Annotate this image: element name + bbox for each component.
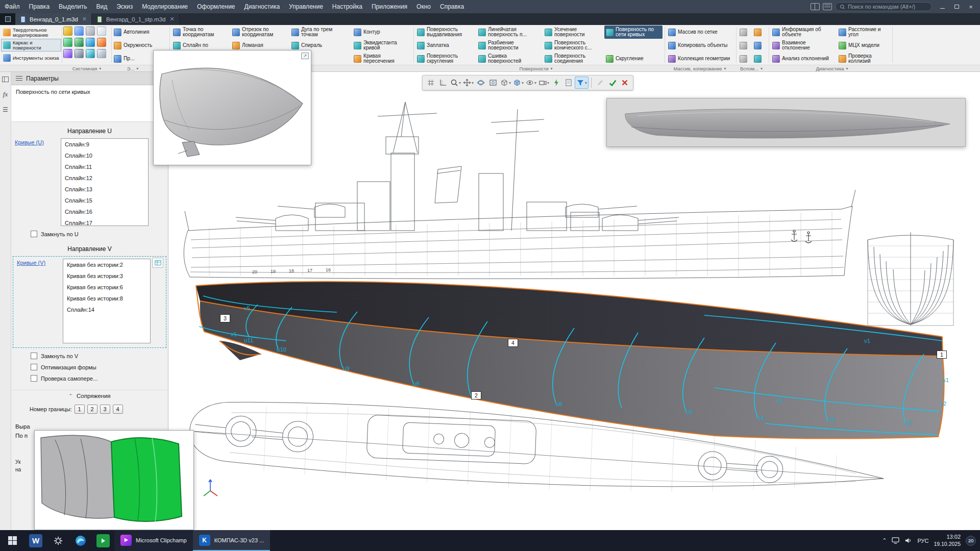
tool-aux-surface[interactable] [752,52,765,65]
preview-window-hull-side[interactable] [606,98,966,147]
caption-system[interactable]: Системная▾ [63,65,110,72]
orientation-button[interactable]: ▾ [499,77,512,89]
zoom-fit-button[interactable] [487,77,499,89]
list-item[interactable]: Сплайн:16 [61,206,148,217]
tool-knit-surfaces[interactable]: Сшивка поверхностей [477,52,542,65]
tool-trim-surface[interactable]: Усечение поверхности [543,26,603,39]
variables-fx-icon[interactable]: fx [2,90,10,98]
tool-contour[interactable]: Контур [352,26,411,39]
tool-aux-cs[interactable] [752,26,765,39]
tool-deviation-analysis[interactable]: Анализ отклонений [771,52,834,65]
command-search[interactable] [835,2,932,11]
monitor-icon[interactable] [892,537,899,544]
list-item[interactable]: Кривая без истории:2 [63,259,150,270]
boundary-marker[interactable]: 1 [937,350,947,359]
undo-icon[interactable] [63,38,72,47]
curves-u-link[interactable]: Кривые (U) [15,138,61,145]
tab-close-icon[interactable]: ✕ [169,16,174,22]
menu-applications[interactable]: Приложения [367,0,412,13]
checkbox-icon[interactable] [31,353,37,359]
tool-copy-objects[interactable]: Копировать объекты [667,39,732,52]
taskbar-word-button[interactable]: W [24,530,47,551]
menu-view[interactable]: Вид [91,0,112,13]
zoom-button[interactable]: ▾ [449,77,462,89]
tool-aux-contour[interactable] [752,39,765,52]
tool-ruled-surface[interactable]: Линейчатая поверхность п... [477,26,542,39]
save-icon[interactable] [75,27,84,36]
notification-badge[interactable]: 20 [966,536,976,546]
list-item[interactable]: Сплайн:17 [61,217,148,226]
cancel-operation-button[interactable] [619,77,631,89]
tool-aux-plane[interactable] [738,26,750,39]
close-u-checkbox-row[interactable]: Замкнуть по U [31,231,168,237]
list-item[interactable]: Сплайн:9 [61,139,148,150]
tool-geometry-collection[interactable]: Коллекция геометрии [667,52,732,65]
checkbox-icon[interactable] [31,231,37,237]
copy-icon[interactable] [86,38,95,47]
mode-solid-modeling[interactable]: Твердотельное моделирование [1,26,61,39]
tab-vengard-stp-m3d[interactable]: Венгард_0_1_stp.m3d ✕ [92,13,180,25]
menu-manage[interactable]: Управление [284,0,328,13]
tab-close-icon[interactable]: ✕ [82,16,87,22]
caption-surfaces[interactable]: Поверхности▾ [490,65,582,72]
keypad-icon[interactable] [823,3,832,10]
display-mode-button[interactable]: ▾ [512,77,525,89]
list-item[interactable]: Сплайн:13 [61,184,148,195]
preview-icon[interactable] [97,27,106,36]
rebuild-icon[interactable] [86,49,95,58]
conjugation-section-header[interactable]: ⌃ Сопряжения [11,390,168,402]
confirm-operation-button[interactable] [606,77,619,89]
language-indicator[interactable]: РУС [917,538,928,544]
edit-list-button[interactable] [152,258,163,268]
caption-array[interactable]: Массив, копирование▾ [667,65,733,72]
snap-grid-button[interactable] [425,77,437,89]
menu-layout[interactable]: Оформление [192,0,239,13]
pan-button[interactable]: ▾ [462,77,475,89]
minimize-button[interactable] [935,0,949,13]
caption-sketch[interactable]: Э...▾ [115,65,151,72]
list-item[interactable]: Кривая без истории:6 [63,282,150,293]
tool-collision-check[interactable]: Проверка коллизий [837,52,890,65]
optimize-checkbox-row[interactable]: Оптимизация формы [31,364,168,370]
checkbox-icon[interactable] [31,375,37,382]
paste-icon[interactable] [97,38,106,47]
menu-diagnostics[interactable]: Диагностика [240,0,285,13]
caption-diagnostics[interactable]: Диагностика▾ [786,65,878,72]
menu-help[interactable]: Справка [435,0,469,13]
boundary-marker[interactable]: 2 [471,391,481,399]
tool-segment-by-coordinates[interactable]: Отрезок по координатам [231,26,288,39]
self-intersection-checkbox-row[interactable]: Проверка самопере... [31,375,168,382]
redo-icon[interactable] [75,38,84,47]
speaker-icon[interactable] [904,537,912,544]
boundary-button-4[interactable]: 4 [113,405,123,414]
list-item[interactable]: Кривая без истории:3 [63,270,150,282]
ruler-button[interactable] [437,77,449,89]
quick-action-button[interactable] [550,77,562,89]
tool-offset-curve[interactable]: Эквидистанта кривой [352,39,411,52]
tool-extrude-surface[interactable]: Поверхность выдавливания [415,26,476,39]
app-menu-button[interactable] [0,13,15,25]
list-item[interactable]: Сплайн:11 [61,161,148,172]
preview-window-surface-patch[interactable] [34,430,194,530]
tool-autoline[interactable]: Автолиния [112,26,167,39]
parameters-panel-icon[interactable] [2,75,10,83]
mode-sketch-tools[interactable]: Инструменты эскиза [1,52,61,64]
taskbar-kompas-window[interactable]: K КОМПАС-3D v23 ... [193,530,271,551]
menu-edit[interactable]: Правка [24,0,55,13]
tool-aux-point[interactable] [738,52,750,65]
properties-icon[interactable] [63,49,72,58]
list-item[interactable]: Сплайн:14 [63,304,150,315]
tool-fillet-surface[interactable]: Поверхность скругления [415,52,476,65]
orbit-button[interactable] [475,77,487,89]
list-item[interactable]: Кривая без истории:8 [63,293,150,304]
help-icon[interactable] [97,49,106,58]
search-input[interactable] [848,4,924,10]
curves-v-link[interactable]: Кривые (V) [17,259,63,266]
start-button[interactable] [0,530,24,551]
taskbar-settings-button[interactable] [47,530,69,551]
boundary-marker[interactable]: 3 [220,314,230,322]
menu-settings[interactable]: Настройка [328,0,367,13]
boundary-marker[interactable]: 4 [508,339,518,347]
expand-window-icon[interactable]: ↗ [301,53,309,59]
edit-operation-button[interactable] [594,77,606,89]
